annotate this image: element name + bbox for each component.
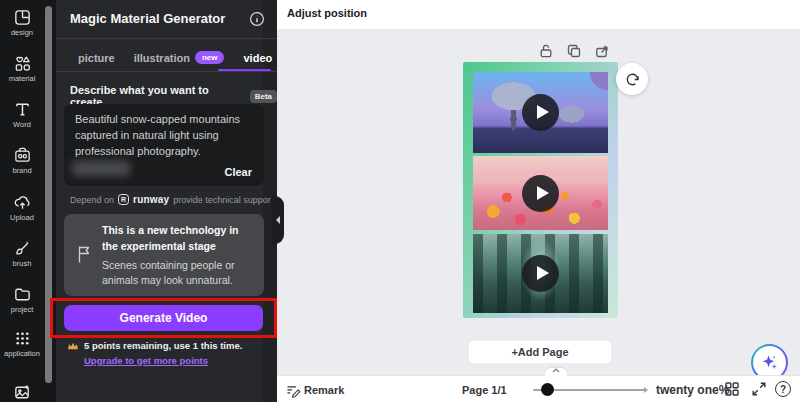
tab-picture-label: picture	[78, 52, 115, 64]
tabs-divider	[56, 71, 277, 72]
sidebar-item-label: Word	[0, 120, 44, 129]
crown-icon	[67, 341, 79, 351]
beta-badge: Beta	[250, 90, 277, 103]
footer-notch[interactable]	[545, 368, 567, 377]
sidebar-item-image-generator[interactable]	[0, 383, 44, 402]
editor-canvas[interactable]: +Add Page	[277, 29, 800, 375]
provider-prefix: Depend on	[70, 195, 114, 205]
sidebar-item-label: material	[0, 74, 44, 83]
tab-picture[interactable]: picture	[78, 52, 115, 64]
notice-title: This is a new technology in the experime…	[102, 223, 256, 255]
tab-video-label: video	[243, 52, 272, 64]
play-button-icon[interactable]	[522, 175, 559, 212]
icon-rail: design material Word brand Upload brush …	[0, 0, 56, 402]
sidebar-item-label: application	[0, 349, 44, 358]
sidebar-item-label: project	[0, 305, 44, 314]
points-text: 5 points remaining, use 1 this time.	[84, 340, 242, 351]
flag-icon	[77, 245, 91, 264]
sidebar-item-application[interactable]: application	[0, 329, 44, 358]
notes-pen-icon[interactable]	[286, 384, 301, 398]
notice-text-block: This is a new technology in the experime…	[102, 223, 256, 288]
sidebar-item-label: brand	[0, 166, 44, 175]
chevron-left-icon	[275, 216, 281, 224]
tab-illustration[interactable]: illustration new	[134, 51, 225, 64]
footer-bar: Remark Page 1/1 twenty one% ?	[277, 375, 800, 402]
sidebar-item-label: design	[0, 28, 44, 37]
play-button-icon[interactable]	[522, 255, 559, 292]
zoom-level-label: twenty one%	[656, 383, 729, 397]
top-toolbar: Adjust position	[277, 0, 800, 29]
generator-panel: Magic Material Generator picture illustr…	[56, 0, 277, 402]
upgrade-link[interactable]: Upgrade to get more points	[84, 355, 208, 366]
panel-collapse-handle[interactable]	[271, 196, 284, 244]
image-plus-icon	[0, 383, 44, 402]
brand-icon	[0, 146, 44, 165]
sidebar-item-material[interactable]: material	[0, 54, 44, 83]
sidebar-item-label: brush	[0, 259, 44, 268]
brush-icon	[0, 239, 44, 258]
experimental-notice: This is a new technology in the experime…	[64, 214, 264, 296]
sidebar-item-project[interactable]: project	[0, 285, 44, 314]
text-icon	[0, 100, 44, 119]
video-page-card[interactable]	[463, 62, 618, 318]
chevron-up-icon	[552, 368, 560, 373]
prompt-input[interactable]: Beautiful snow-capped mountains captured…	[64, 104, 264, 186]
material-icon	[0, 54, 44, 73]
provider-credit-row: Depend on R runway provide technical sup…	[70, 194, 273, 205]
zoom-slider-end	[644, 387, 648, 393]
page-indicator: Page 1/1	[462, 384, 507, 396]
sidebar-scrollbar[interactable]	[45, 6, 52, 383]
tab-illustration-label: illustration	[134, 52, 190, 64]
provider-name: runway	[133, 194, 169, 205]
play-button-icon[interactable]	[522, 94, 559, 131]
video-thumbnail-2[interactable]	[473, 156, 608, 230]
sidebar-item-word[interactable]: Word	[0, 100, 44, 129]
help-button[interactable]: ?	[775, 381, 791, 397]
tab-video[interactable]: video	[243, 52, 272, 64]
zoom-slider[interactable]	[533, 376, 646, 402]
fullscreen-icon[interactable]	[752, 382, 766, 396]
video-thumbnail-1[interactable]	[473, 72, 608, 153]
panel-title: Magic Material Generator	[70, 11, 225, 26]
toolbar-title: Adjust position	[287, 7, 367, 19]
clear-button[interactable]: Clear	[224, 166, 252, 178]
info-icon[interactable]	[249, 11, 265, 27]
provider-suffix: provide technical support	[173, 195, 273, 205]
zoom-slider-thumb[interactable]	[541, 383, 554, 396]
prompt-text: Beautiful snow-capped mountains captured…	[75, 112, 255, 160]
unlock-icon[interactable]	[537, 42, 554, 59]
sidebar-item-label: Upload	[0, 213, 44, 222]
runway-logo-icon: R	[118, 194, 129, 205]
sparkle-icon	[760, 353, 779, 372]
export-icon[interactable]	[593, 42, 610, 59]
new-badge: new	[195, 51, 225, 64]
grid-view-icon[interactable]	[725, 382, 739, 396]
design-icon	[0, 8, 44, 27]
add-page-button[interactable]: +Add Page	[468, 340, 612, 364]
blurred-text	[72, 161, 130, 176]
sidebar-item-brand[interactable]: brand	[0, 146, 44, 175]
tab-bar: picture illustration new video	[56, 44, 277, 71]
sidebar-item-design[interactable]: design	[0, 8, 44, 37]
remark-button[interactable]: Remark	[304, 384, 344, 396]
generate-video-button[interactable]: Generate Video	[64, 305, 263, 331]
regenerate-button[interactable]	[616, 63, 648, 95]
header-divider	[56, 38, 277, 39]
sidebar-item-upload[interactable]: Upload	[0, 193, 44, 222]
page-actions	[537, 42, 610, 59]
app-window: design material Word brand Upload brush …	[0, 0, 800, 402]
apps-grid-icon	[0, 329, 44, 348]
notice-body: Scenes containing people or animals may …	[102, 258, 256, 288]
sidebar-item-brush[interactable]: brush	[0, 239, 44, 268]
folder-icon	[0, 285, 44, 304]
refresh-icon	[624, 71, 641, 88]
video-thumbnail-3[interactable]	[473, 234, 608, 313]
duplicate-icon[interactable]	[565, 42, 582, 59]
points-remaining: 5 points remaining, use 1 this time. Upg…	[84, 339, 272, 368]
upload-cloud-icon	[0, 193, 44, 212]
